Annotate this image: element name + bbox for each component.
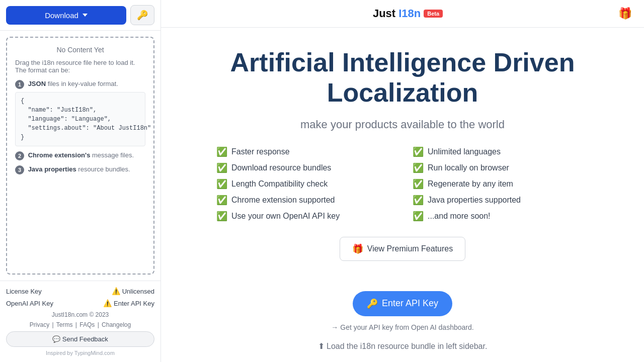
api-key-status-text: Enter API Key — [114, 300, 154, 307]
premium-gift-icon: 🎁 — [352, 243, 363, 254]
format-java-desc: resource bundles. — [78, 165, 130, 173]
key-button[interactable]: 🔑 — [130, 5, 154, 25]
check-icon-4: ✅ — [216, 195, 227, 206]
format-java: 3 Java properties resource bundles. — [15, 165, 145, 174]
api-key-row: OpenAI API Key ⚠️ Enter API Key — [6, 299, 154, 307]
check-icon-7: ✅ — [413, 162, 424, 173]
feature-9-text: Java properties supported — [428, 196, 521, 205]
api-key-icon: 🔑 — [367, 298, 378, 309]
feature-8: ✅ Regenerate by any item — [413, 178, 589, 190]
feature-7: ✅ Run locally on browser — [413, 162, 589, 173]
gift-button[interactable]: 🎁 — [618, 7, 632, 20]
key-icon: 🔑 — [137, 10, 148, 21]
check-icon-1: ✅ — [216, 146, 227, 157]
app-header: JustI18n Beta 🎁 — [161, 0, 644, 28]
feature-4: ✅ Chrome extension supported — [216, 195, 392, 206]
changelog-link[interactable]: Changelog — [102, 321, 131, 328]
feature-5: ✅ Use your own OpenAI API key — [216, 211, 392, 222]
format-json-label: JSON — [28, 80, 46, 87]
sidebar-footer: License Key ⚠️ Unlicensed OpenAI API Key… — [0, 281, 160, 362]
feature-4-text: Chrome extension supported — [231, 196, 335, 205]
feature-10-text: ...and more soon! — [428, 212, 491, 221]
feature-7-text: Run locally on browser — [428, 163, 509, 172]
feedback-button[interactable]: 💬 Send Feedback — [6, 331, 154, 347]
check-icon-3: ✅ — [216, 178, 227, 190]
footer-nav-links: Privacy | Terms | FAQs | Changelog — [6, 321, 154, 328]
premium-button-label: View Premium Features — [367, 244, 453, 253]
gift-icon: 🎁 — [618, 7, 632, 20]
feature-1-text: Faster response — [231, 147, 290, 156]
check-icon-6: ✅ — [413, 146, 424, 157]
license-status-text: Unlicensed — [122, 288, 154, 295]
drop-area[interactable]: No Content Yet Drag the i18n resource fi… — [6, 37, 154, 275]
check-icon-5: ✅ — [216, 211, 227, 222]
format-chrome-label: Chrome extension's — [28, 151, 91, 159]
feature-3: ✅ Length Compatibility check — [216, 178, 392, 190]
feature-6-text: Unlimited languages — [428, 147, 501, 156]
premium-button[interactable]: 🎁 View Premium Features — [340, 237, 465, 261]
format-number-3: 3 — [15, 165, 24, 174]
format-json-desc: files in key-value format. — [48, 80, 118, 87]
api-key-label: OpenAI API Key — [6, 300, 53, 307]
logo-i18n: I18n — [398, 7, 421, 20]
download-button[interactable]: Download — [6, 6, 126, 25]
format-number-2: 2 — [15, 151, 24, 160]
license-label: License Key — [6, 288, 42, 295]
hero-subtitle: make your products available to the worl… — [191, 118, 614, 131]
format-chrome: 2 Chrome extension's message files. — [15, 151, 145, 160]
license-row: License Key ⚠️ Unlicensed — [6, 287, 154, 295]
privacy-link[interactable]: Privacy — [30, 321, 49, 328]
api-link[interactable]: → Get your API key from Open AI dashboar… — [191, 323, 614, 331]
beta-badge: Beta — [424, 10, 443, 18]
format-json: 1 JSON files in key-value format. { "nam… — [15, 80, 145, 146]
api-link-text: → Get your API key from Open AI dashboar… — [331, 323, 473, 331]
footer-copyright: JustI18n.com © 2023 — [6, 311, 154, 318]
format-number-1: 1 — [15, 80, 24, 89]
feature-2: ✅ Download resource bundles — [216, 162, 392, 173]
feature-8-text: Regenerate by any item — [428, 179, 513, 189]
logo-just: Just — [373, 7, 395, 20]
feature-10: ✅ ...and more soon! — [413, 211, 589, 222]
check-icon-2: ✅ — [216, 162, 227, 173]
drop-area-description: Drag the i18n resource file here to load… — [15, 59, 145, 74]
feedback-label: 💬 Send Feedback — [52, 335, 108, 343]
load-hint: ⬆ Load the i18n resource bundle in left … — [191, 341, 614, 351]
app-logo: JustI18n Beta — [373, 7, 443, 20]
feature-3-text: Length Compatibility check — [231, 179, 328, 189]
format-java-label: Java properties — [28, 165, 76, 173]
check-icon-9: ✅ — [413, 195, 424, 206]
feature-2-text: Download resource bundles — [231, 163, 331, 172]
features-grid: ✅ Faster response ✅ Unlimited languages … — [206, 146, 599, 222]
warning-icon: ⚠️ — [112, 287, 120, 295]
api-key-status[interactable]: ⚠️ Enter API Key — [103, 299, 154, 307]
hero-section: Artificial Intelligence Driven Localizat… — [161, 28, 644, 291]
no-content-title: No Content Yet — [15, 46, 145, 54]
faqs-link[interactable]: FAQs — [79, 321, 95, 328]
sidebar: Download 🔑 No Content Yet Drag the i18n … — [0, 0, 161, 362]
license-status[interactable]: ⚠️ Unlicensed — [112, 287, 154, 295]
enter-api-label: Enter API Key — [382, 298, 438, 309]
sidebar-header: Download 🔑 — [0, 0, 160, 31]
terms-link[interactable]: Terms — [56, 321, 73, 328]
chevron-down-icon — [83, 14, 88, 17]
feature-1: ✅ Faster response — [216, 146, 392, 157]
feature-9: ✅ Java properties supported — [413, 195, 589, 206]
hero-title: Artificial Intelligence Driven Localizat… — [191, 48, 614, 108]
download-label: Download — [45, 11, 78, 20]
main-content: JustI18n Beta 🎁 Artificial Intelligence … — [161, 0, 644, 362]
feature-5-text: Use your own OpenAI API key — [231, 212, 340, 221]
check-icon-8: ✅ — [413, 178, 424, 190]
api-section: 🔑 Enter API Key → Get your API key from … — [161, 291, 644, 361]
check-icon-10: ✅ — [413, 211, 424, 222]
feature-6: ✅ Unlimited languages — [413, 146, 589, 157]
enter-api-button[interactable]: 🔑 Enter API Key — [353, 291, 452, 316]
format-chrome-desc: message files. — [92, 151, 134, 159]
warning-icon-2: ⚠️ — [103, 299, 112, 307]
footer-inspired: Inspired by TypingMind.com — [6, 350, 154, 356]
json-example: { "name": "JustI18n", "language": "Langu… — [15, 92, 145, 146]
